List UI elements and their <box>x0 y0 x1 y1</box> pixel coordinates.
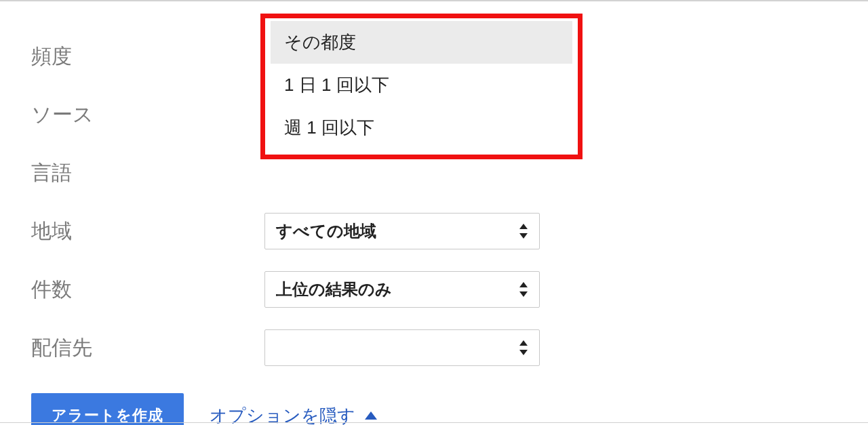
frequency-option-once-a-day[interactable]: 1 日 1 回以下 <box>271 64 572 106</box>
create-alert-button[interactable]: アラートを作成 <box>31 393 184 425</box>
updown-icon <box>517 339 530 357</box>
frequency-option-once-a-week[interactable]: 週 1 回以下 <box>271 106 572 149</box>
frequency-dropdown-list: その都度 1 日 1 回以下 週 1 回以下 <box>265 18 578 155</box>
svg-marker-1 <box>519 233 528 239</box>
select-deliver-to[interactable] <box>264 329 540 366</box>
svg-marker-4 <box>519 340 528 346</box>
updown-icon <box>517 281 530 298</box>
svg-marker-2 <box>519 282 528 287</box>
svg-marker-5 <box>519 350 528 355</box>
updown-icon <box>517 222 530 240</box>
select-count-wrap: 上位の結果のみ <box>264 271 540 308</box>
top-shadow <box>0 0 868 2</box>
frequency-dropdown: その都度 1 日 1 回以下 週 1 回以下 <box>260 14 583 159</box>
label-deliver-to: 配信先 <box>31 334 264 362</box>
select-count[interactable]: 上位の結果のみ <box>264 271 540 308</box>
frequency-option-as-it-happens[interactable]: その都度 <box>271 21 572 64</box>
select-deliver-to-wrap <box>264 329 540 366</box>
bottom-divider <box>0 422 868 423</box>
label-region: 地域 <box>31 218 264 245</box>
label-source: ソース <box>31 101 264 129</box>
chevron-up-icon <box>365 411 377 420</box>
select-region[interactable]: すべての地域 <box>264 213 540 249</box>
label-language: 言語 <box>31 159 264 187</box>
select-region-wrap: すべての地域 <box>264 213 540 249</box>
row-count: 件数 上位の結果のみ <box>31 260 837 319</box>
label-frequency: 頻度 <box>31 43 264 70</box>
row-region: 地域 すべての地域 <box>31 202 837 260</box>
select-count-value: 上位の結果のみ <box>276 279 392 300</box>
row-deliver-to: 配信先 <box>31 319 837 377</box>
svg-marker-6 <box>365 411 377 420</box>
label-count: 件数 <box>31 276 264 304</box>
actions-row: アラートを作成 オプションを隠す <box>31 393 837 425</box>
svg-marker-3 <box>519 291 528 297</box>
svg-marker-0 <box>519 224 528 229</box>
select-region-value: すべての地域 <box>276 220 376 242</box>
